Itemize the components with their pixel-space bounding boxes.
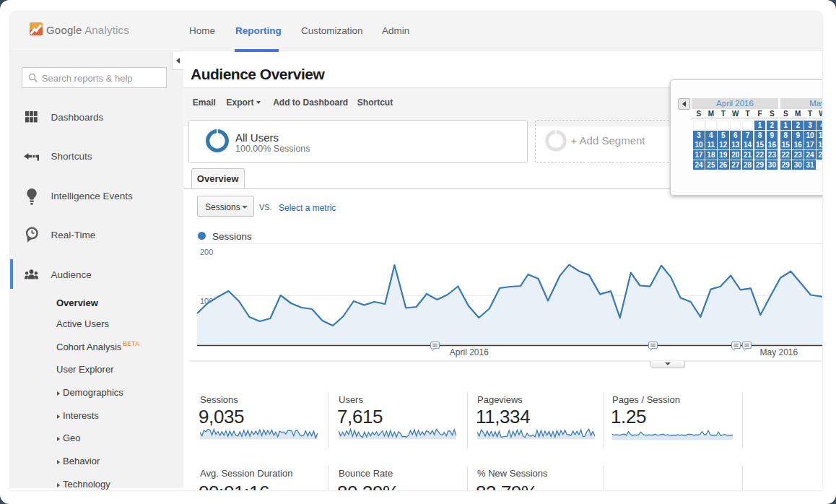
svg-text:April 2016: April 2016 [449,347,488,357]
svg-text:May 2016: May 2016 [759,347,798,357]
